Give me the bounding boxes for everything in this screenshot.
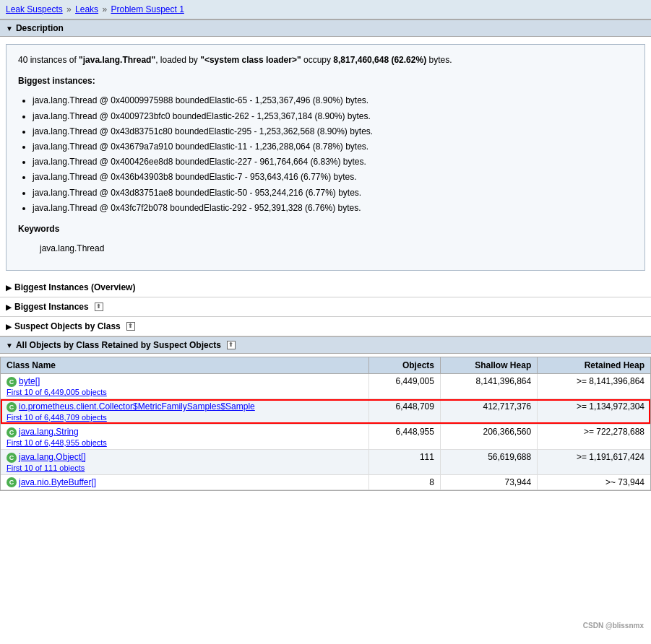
col-objects: Objects — [368, 357, 440, 374]
suspect-objects-toggle-icon: ▶ — [6, 323, 12, 331]
list-item: java.lang.Thread @ 0x43fc7f2b078 bounded… — [33, 201, 633, 215]
export-icon[interactable] — [95, 303, 103, 311]
biggest-instances-overview-label: Biggest Instances (Overview) — [14, 282, 135, 292]
class-name-cell: Cbyte[]First 10 of 6,449,005 objects — [1, 374, 368, 399]
list-item: java.lang.Thread @ 0x436b43903b8 bounded… — [33, 170, 633, 184]
objects-cell: 8 — [368, 474, 440, 490]
biggest-instances-label: Biggest Instances — [14, 302, 89, 312]
retained-heap-cell: >= 1,191,617,424 — [538, 449, 650, 474]
separator1: » — [66, 4, 74, 14]
class-name-link[interactable]: io.prometheus.client.Collector$MetricFam… — [19, 401, 255, 412]
class-icon: C — [7, 477, 17, 487]
all-objects-label: All Objects by Class Retained by Suspect… — [16, 340, 221, 350]
objects-cell: 6,448,709 — [368, 399, 440, 425]
retained-heap-cell: >= 722,278,688 — [538, 424, 650, 449]
shallow-heap-cell: 73,944 — [440, 474, 537, 490]
biggest-instances-toggle-icon: ▶ — [6, 303, 12, 311]
description-box: 40 instances of "java.lang.Thread", load… — [6, 44, 645, 271]
shallow-heap-cell: 8,141,396,864 — [440, 374, 537, 399]
list-item: java.lang.Thread @ 0x43d83751ae8 bounded… — [33, 186, 633, 200]
table-row: Cjava.lang.StringFirst 10 of 6,448,955 o… — [1, 424, 650, 449]
class-icon: C — [7, 377, 17, 387]
biggest-instances-label: Biggest instances: — [18, 74, 633, 88]
biggest-instances-header[interactable]: ▶ Biggest Instances — [0, 297, 651, 317]
sub-link[interactable]: First 10 of 6,448,955 objects — [7, 438, 363, 447]
class-name-link[interactable]: java.nio.ByteBuffer[] — [19, 477, 96, 487]
sub-link[interactable]: First 10 of 6,449,005 objects — [7, 388, 363, 396]
class-name-cell: Cjava.nio.ByteBuffer[] — [1, 474, 368, 490]
description-section-header[interactable]: ▼ Description — [0, 19, 651, 37]
suspect-objects-export-icon[interactable] — [126, 322, 135, 331]
class-name-cell: Cio.prometheus.client.Collector$MetricFa… — [1, 399, 368, 425]
list-item: java.lang.Thread @ 0x400426ee8d8 bounded… — [33, 155, 633, 169]
col-retained-heap: Retained Heap — [538, 357, 650, 374]
description-toggle-icon: ▼ — [6, 25, 13, 32]
all-objects-export-icon[interactable] — [227, 341, 236, 349]
retained-heap-cell: >= 8,141,396,864 — [538, 374, 650, 399]
shallow-heap-cell: 206,366,560 — [440, 424, 537, 449]
class-icon: C — [7, 453, 17, 463]
description-header-label: Description — [16, 23, 64, 33]
class-icon: C — [7, 427, 17, 438]
objects-cell: 111 — [368, 449, 440, 474]
objects-cell: 6,448,955 — [368, 424, 440, 449]
class-name-link[interactable]: java.lang.String — [19, 427, 79, 437]
list-item: java.lang.Thread @ 0x43d83751c80 bounded… — [33, 125, 633, 139]
list-item: java.lang.Thread @ 0x43679a7a910 bounded… — [33, 140, 633, 154]
all-objects-toggle-icon: ▼ — [6, 341, 13, 349]
table-row: Cjava.nio.ByteBuffer[]873,944>~ 73,944 — [1, 474, 650, 490]
col-shallow-heap: Shallow Heap — [440, 357, 537, 374]
suspect-objects-label: Suspect Objects by Class — [14, 321, 121, 331]
keywords-label: Keywords — [18, 222, 633, 236]
sub-link[interactable]: First 10 of 6,448,709 objects — [7, 413, 363, 422]
class-name-link[interactable]: byte[] — [19, 376, 40, 386]
instances-list: java.lang.Thread @ 0x40009975988 bounded… — [33, 94, 633, 215]
list-item: java.lang.Thread @ 0x4009723bfc0 bounded… — [33, 110, 633, 123]
shallow-heap-cell: 56,619,688 — [440, 449, 537, 474]
list-item: java.lang.Thread @ 0x40009975988 bounded… — [33, 94, 633, 108]
problem-suspect-link[interactable]: Problem Suspect 1 — [111, 4, 184, 14]
all-objects-header[interactable]: ▼ All Objects by Class Retained by Suspe… — [0, 336, 651, 354]
col-class-name: Class Name — [1, 357, 368, 374]
keyword-value: java.lang.Thread — [40, 242, 633, 256]
description-summary: 40 instances of "java.lang.Thread", load… — [18, 53, 633, 67]
objects-table: Class Name Objects Shallow Heap Retained… — [1, 357, 650, 490]
objects-table-wrapper: Class Name Objects Shallow Heap Retained… — [0, 357, 651, 491]
leak-suspects-link[interactable]: Leak Suspects — [6, 4, 63, 14]
biggest-instances-overview-header[interactable]: ▶ Biggest Instances (Overview) — [0, 278, 651, 297]
retained-heap-cell: >= 1,134,972,304 — [538, 399, 650, 425]
table-row: Cio.prometheus.client.Collector$MetricFa… — [1, 399, 650, 425]
shallow-heap-cell: 412,717,376 — [440, 399, 537, 425]
biggest-instances-overview-toggle-icon: ▶ — [6, 284, 12, 292]
class-icon: C — [7, 402, 17, 412]
class-name-cell: Cjava.lang.StringFirst 10 of 6,448,955 o… — [1, 424, 368, 449]
sub-link[interactable]: First 10 of 111 objects — [7, 464, 363, 472]
leaks-link[interactable]: Leaks — [75, 4, 98, 14]
table-row: Cbyte[]First 10 of 6,449,005 objects6,44… — [1, 374, 650, 399]
suspect-objects-header[interactable]: ▶ Suspect Objects by Class — [0, 317, 651, 336]
retained-heap-cell: >~ 73,944 — [538, 474, 650, 490]
class-name-cell: Cjava.lang.Object[]First 10 of 111 objec… — [1, 449, 368, 474]
separator2: » — [102, 4, 109, 14]
table-row: Cjava.lang.Object[]First 10 of 111 objec… — [1, 449, 650, 474]
objects-cell: 6,449,005 — [368, 374, 440, 399]
breadcrumb: Leak Suspects » Leaks » Problem Suspect … — [0, 0, 651, 19]
class-name-link[interactable]: java.lang.Object[] — [19, 452, 86, 462]
